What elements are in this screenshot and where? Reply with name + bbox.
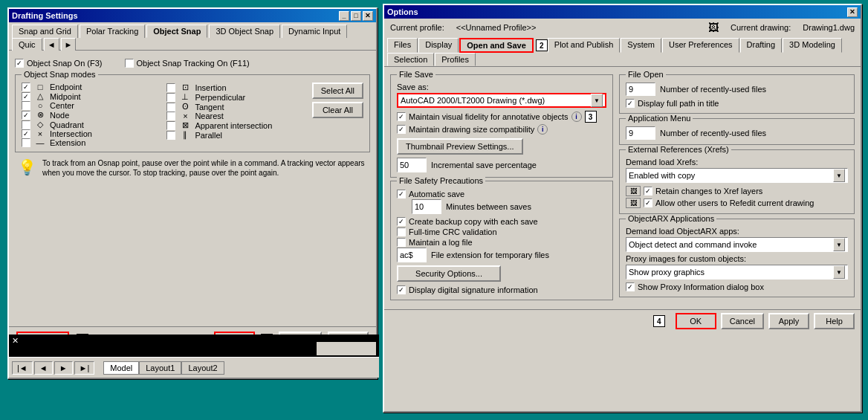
- options-ok-button[interactable]: OK: [676, 313, 716, 329]
- digital-sig-row: ✓ Display digital signature information: [397, 285, 606, 295]
- tab-object-snap[interactable]: Object Snap: [146, 25, 207, 38]
- tab-files[interactable]: Files: [387, 38, 418, 53]
- snap-perpendicular-checkbox[interactable]: [166, 93, 175, 102]
- tab-open-and-save[interactable]: Open and Save: [459, 38, 533, 53]
- file-open-recent-input[interactable]: [626, 83, 655, 96]
- snap-endpoint-checkbox[interactable]: ✓: [22, 83, 30, 91]
- minutes-label: Minutes between saves: [446, 202, 531, 211]
- app-menu-recent-input[interactable]: [626, 126, 655, 140]
- snap-intersection-checkbox[interactable]: ✓: [22, 129, 30, 138]
- maintain-size-row: ✓ Maintain drawing size compatibility i: [397, 123, 606, 135]
- nav-first[interactable]: |◄: [12, 361, 33, 375]
- display-full-path-checkbox[interactable]: ✓: [626, 99, 635, 108]
- maintain-fidelity-info[interactable]: i: [571, 112, 582, 122]
- thumbnail-button[interactable]: Thumbnail Preview Settings...: [397, 138, 523, 155]
- maintain-fidelity-checkbox[interactable]: ✓: [397, 112, 406, 121]
- save-as-row: Save as: AutoCAD 2000/LT2000 Drawing (*.…: [397, 83, 606, 108]
- maintain-size-info[interactable]: i: [537, 124, 548, 135]
- snap-extension-checkbox[interactable]: [22, 138, 30, 147]
- tab-system[interactable]: System: [621, 38, 661, 53]
- nav-next[interactable]: ►: [54, 361, 73, 375]
- tab-user-preferences[interactable]: User Preferences: [662, 38, 739, 53]
- tab-selection[interactable]: Selection: [387, 53, 434, 66]
- backup-copy-checkbox[interactable]: ✓: [397, 217, 406, 226]
- file-ext-input[interactable]: [397, 248, 427, 262]
- snap-apparent-intersection-checkbox[interactable]: [166, 121, 175, 130]
- retain-changes-label: Retain changes to Xref layers: [655, 187, 762, 196]
- demand-load-dropdown[interactable]: Enabled with copy ▼: [626, 168, 848, 183]
- fulltime-crc-checkbox[interactable]: [397, 227, 406, 236]
- tab-quic[interactable]: Quic: [12, 38, 42, 51]
- show-proxy-info-checkbox[interactable]: ✓: [626, 282, 635, 291]
- snap-center-checkbox[interactable]: [22, 101, 30, 110]
- object-snap-on-checkbox[interactable]: ✓: [15, 59, 24, 68]
- tab-dynamic-input[interactable]: Dynamic Input: [282, 25, 347, 38]
- options-cancel-button[interactable]: Cancel: [721, 313, 764, 329]
- snap-intersection-label: Intersection: [50, 129, 92, 138]
- close-button[interactable]: ✕: [363, 11, 373, 21]
- options-close-button[interactable]: ✕: [847, 7, 858, 17]
- options-help-button[interactable]: Help: [814, 313, 855, 329]
- tab-profiles[interactable]: Profiles: [435, 53, 476, 66]
- options-bottom-bar: 4 OK Cancel Apply Help: [384, 309, 861, 332]
- proxy-images-arrow: ▼: [833, 265, 845, 279]
- tab-plot-and-publish[interactable]: Plot and Publish: [548, 38, 621, 53]
- minimize-button[interactable]: _: [339, 11, 349, 21]
- retain-changes-checkbox[interactable]: ✓: [644, 187, 652, 196]
- snap-quadrant-checkbox[interactable]: [22, 120, 30, 129]
- snap-nearest-checkbox[interactable]: [166, 112, 175, 120]
- proxy-images-label: Proxy images for custom objects:: [626, 254, 848, 263]
- objectarx-demand-load-dropdown[interactable]: Object detect and command invoke ▼: [626, 237, 848, 252]
- tab-layout2[interactable]: Layout2: [181, 361, 224, 375]
- save-as-dropdown[interactable]: AutoCAD 2000/LT2000 Drawing (*.dwg) ▼: [397, 93, 606, 108]
- hint-text: To track from an Osnap point, pause over…: [42, 158, 367, 178]
- clear-all-button[interactable]: Clear All: [312, 102, 363, 118]
- minutes-input[interactable]: [412, 199, 441, 214]
- tab-drafting[interactable]: Drafting: [740, 38, 783, 53]
- tab-3d-modeling[interactable]: 3D Modeling: [783, 38, 842, 53]
- file-save-group: File Save Save as: AutoCAD 2000/LT2000 D…: [390, 74, 613, 178]
- snap-node-checkbox[interactable]: ✓: [22, 111, 30, 120]
- tab-arrow[interactable]: ◄: [44, 38, 59, 51]
- incremental-save-input[interactable]: [397, 158, 427, 172]
- snap-extension-symbol: —: [33, 138, 47, 147]
- maintain-size-checkbox[interactable]: ✓: [397, 125, 406, 134]
- layout-tabs: Model Layout1 Layout2: [103, 361, 224, 375]
- tab-polar-tracking[interactable]: Polar Tracking: [80, 25, 145, 38]
- digital-sig-checkbox[interactable]: ✓: [397, 285, 406, 294]
- allow-others-checkbox[interactable]: ✓: [644, 198, 652, 207]
- save-as-label: Save as:: [397, 83, 606, 91]
- lightbulb-icon: 💡: [18, 158, 36, 176]
- tab-snap-and-grid[interactable]: Snap and Grid: [12, 25, 78, 38]
- security-button[interactable]: Security Options...: [397, 265, 501, 282]
- incremental-save-row: Incremental save percentage: [397, 158, 606, 172]
- auto-save-checkbox[interactable]: ✓: [397, 190, 406, 198]
- tab-model[interactable]: Model: [103, 361, 139, 375]
- current-drawing-label: Current drawing:: [731, 23, 791, 32]
- snap-tangent-checkbox[interactable]: [166, 103, 175, 112]
- snap-parallel-checkbox[interactable]: [166, 131, 175, 140]
- tab-display[interactable]: Display: [418, 38, 459, 53]
- maintain-log-checkbox[interactable]: [397, 238, 406, 247]
- select-all-button[interactable]: Select All: [312, 83, 363, 99]
- proxy-images-dropdown[interactable]: Show proxy graphics ▼: [626, 265, 848, 280]
- snap-center-symbol: ○: [33, 101, 47, 110]
- options-apply-button[interactable]: Apply: [768, 313, 809, 329]
- snap-insertion-symbol: ⊡: [178, 83, 192, 92]
- snap-insertion-checkbox[interactable]: [166, 83, 175, 92]
- object-snap-tracking-checkbox[interactable]: [125, 59, 134, 68]
- allow-others-row: 🖼 ✓ Allow other users to Refedit current…: [626, 197, 848, 209]
- current-profile-label: Current profile:: [390, 23, 444, 32]
- nav-last[interactable]: ►|: [74, 361, 95, 375]
- tab-arrow-right[interactable]: ►: [61, 38, 77, 51]
- snap-midpoint-checkbox[interactable]: ✓: [22, 92, 30, 101]
- snap-endpoint: ✓ □ Endpoint: [22, 83, 161, 91]
- maximize-button[interactable]: □: [351, 11, 361, 21]
- objectarx-demand-load-row: Demand load ObjectARX apps: Object detec…: [626, 227, 848, 252]
- nav-prev[interactable]: ◄: [34, 361, 53, 375]
- file-ext-row: File extension for temporary files: [397, 248, 606, 262]
- badge-4: 4: [653, 315, 665, 327]
- tab-layout1[interactable]: Layout1: [139, 361, 181, 375]
- object-snap-tracking-label: Object Snap Tracking On (F11): [137, 59, 250, 68]
- tab-3d-object-snap[interactable]: 3D Object Snap: [209, 25, 280, 38]
